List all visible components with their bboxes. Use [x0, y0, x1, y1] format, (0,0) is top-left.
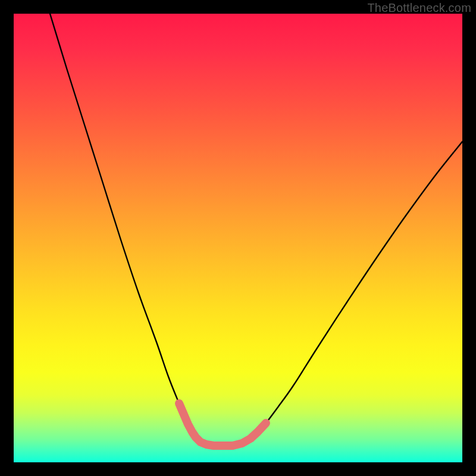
- watermark-text: TheBottleneck.com: [367, 1, 471, 15]
- chart-frame: [14, 14, 462, 462]
- right-curve: [222, 142, 462, 446]
- left-curve: [50, 14, 222, 446]
- valley-markers: [179, 403, 266, 446]
- bottleneck-curve-plot: [14, 14, 462, 462]
